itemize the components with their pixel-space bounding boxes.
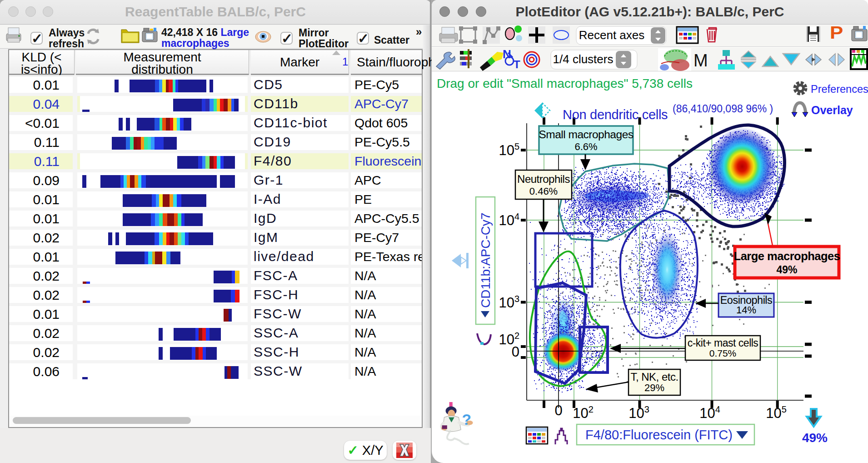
svg-text:6.6%: 6.6% <box>574 141 597 152</box>
svg-text:0: 0 <box>554 403 562 418</box>
svg-text:0.75%: 0.75% <box>709 348 737 358</box>
svg-text:F4/80:Fluorescein (FITC): F4/80:Fluorescein (FITC) <box>585 428 733 442</box>
svg-text:Non dendritic cells: Non dendritic cells <box>563 107 668 122</box>
svg-text:103: 103 <box>629 404 649 421</box>
svg-text:104: 104 <box>499 211 519 228</box>
svg-text:c-kit+ mast cells: c-kit+ mast cells <box>688 337 758 349</box>
svg-text:T: T <box>514 58 520 70</box>
svg-text:104: 104 <box>699 404 720 421</box>
svg-text:14%: 14% <box>736 304 756 316</box>
svg-text:0: 0 <box>512 344 519 360</box>
svg-text:0.46%: 0.46% <box>529 186 558 197</box>
svg-text:49%: 49% <box>776 264 797 276</box>
svg-text:Recent axes: Recent axes <box>579 28 645 42</box>
svg-text:M: M <box>693 51 708 70</box>
svg-text:Neutrophils: Neutrophils <box>517 173 570 185</box>
svg-text:P: P <box>830 25 843 42</box>
svg-text:103: 103 <box>499 294 519 311</box>
svg-text:102: 102 <box>573 404 594 421</box>
svg-text:CD11b:APC-Cy7: CD11b:APC-Cy7 <box>479 212 493 308</box>
svg-text:105: 105 <box>766 404 787 421</box>
svg-text:49%: 49% <box>802 431 828 445</box>
svg-text:(86,410/90,098 96% ): (86,410/90,098 96% ) <box>673 103 773 115</box>
svg-text:T, NK, etc.: T, NK, etc. <box>630 371 678 383</box>
svg-text:29%: 29% <box>644 382 664 393</box>
svg-text:Large macrophages: Large macrophages <box>734 250 840 262</box>
svg-text:105: 105 <box>499 141 519 158</box>
svg-text:?: ? <box>462 411 472 428</box>
svg-text:1/4 clusters: 1/4 clusters <box>553 52 614 66</box>
svg-text:Small macrophages: Small macrophages <box>539 128 633 141</box>
